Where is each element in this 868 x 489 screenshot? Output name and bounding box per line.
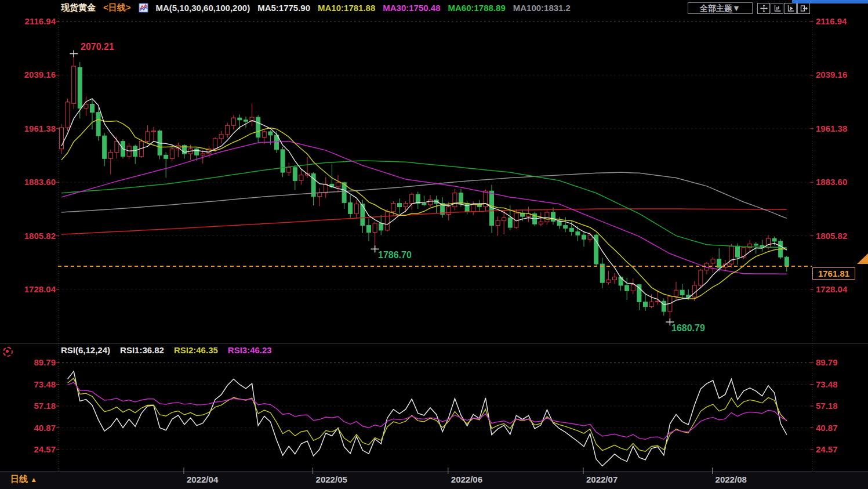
top-bar: 现货黄金 <日线> MA(5,10,30,60,100,200) MA5:177… [0,0,868,15]
rsi2-line [68,378,787,451]
svg-text:40.87: 40.87 [34,423,56,433]
alert-dot-icon [3,347,13,357]
ma-params-label: MA(5,10,30,60,100,200) [156,3,250,13]
svg-text:57.18: 57.18 [34,401,56,411]
chart-canvas[interactable]: 2116.942116.942039.162039.161961.381961.… [0,0,868,489]
kline-rsi-chart: 2116.942116.942039.162039.161961.381961.… [0,0,868,489]
export-button[interactable] [797,3,810,14]
svg-text:1961.38: 1961.38 [816,124,847,133]
move-icon [760,5,768,12]
axis-play-button[interactable] [784,3,797,14]
low-price-annotation: 1680.79 [671,323,705,334]
move-tool-button[interactable] [757,3,770,14]
svg-text:89.79: 89.79 [34,357,56,367]
rsi1-value: RSI1:36.82 [120,345,164,355]
svg-text:57.18: 57.18 [816,401,838,411]
ma30-value: MA30:1750.48 [383,3,440,13]
svg-text:2116.94: 2116.94 [816,16,847,26]
svg-text:1728.04: 1728.04 [24,284,56,294]
svg-text:1805.82: 1805.82 [24,231,56,241]
rsi-params-label: RSI(6,12,24) [61,345,110,355]
axis-k-icon [773,5,781,12]
svg-text:2039.16: 2039.16 [816,70,847,79]
ma60-value: MA60:1788.89 [448,3,506,13]
swing-low-annotation: 1786.70 [378,250,412,260]
rsi2-value: RSI2:46.35 [174,345,218,355]
theme-dropdown[interactable]: 全部主题▼ [688,2,753,14]
svg-text:1961.38: 1961.38 [24,124,56,133]
svg-text:2022/07: 2022/07 [586,474,618,484]
ma10-value: MA10:1781.88 [318,3,375,13]
ma200-line [61,209,787,234]
svg-text:2022/04: 2022/04 [187,474,219,484]
rsi3-value: RSI3:46.23 [228,345,272,355]
svg-text:1883.60: 1883.60 [24,177,56,187]
kline-chart-icon [139,3,148,13]
axis-play-icon [787,5,794,12]
svg-text:24.57: 24.57 [34,444,56,454]
svg-text:40.87: 40.87 [816,423,838,433]
svg-text:73.48: 73.48 [816,379,838,389]
trading-app: 2116.942116.942039.162039.161961.381961.… [0,0,868,489]
svg-text:24.57: 24.57 [816,444,838,454]
svg-text:1728.04: 1728.04 [816,284,848,294]
ma100-value: MA100:1831.2 [513,3,571,13]
window-accent-strip [792,0,868,3]
ma30-line [61,142,787,274]
rsi-header: RSI(6,12,24) RSI1:36.82 RSI2:46.35 RSI3:… [61,345,272,355]
period-tag: <日线> [103,2,131,13]
svg-text:2039.16: 2039.16 [24,70,56,79]
svg-text:89.79: 89.79 [816,357,838,367]
svg-text:2022/06: 2022/06 [451,474,482,484]
rsi3-line [68,382,787,439]
ma5-value: MA5:1775.90 [257,3,310,13]
svg-text:2022/08: 2022/08 [716,474,747,484]
svg-text:2116.94: 2116.94 [25,16,56,26]
axis-scale-button[interactable] [771,3,783,14]
symbol-name: 现货黄金 [61,2,96,13]
svg-text:2022/05: 2022/05 [316,474,347,484]
price-flag-icon [857,253,868,267]
last-price-label: 1761.81 [812,267,855,280]
svg-text:73.48: 73.48 [34,379,56,389]
export-arrow-icon [800,5,808,12]
svg-text:1883.60: 1883.60 [816,177,847,187]
high-price-annotation: 2070.21 [81,42,114,52]
svg-text:1805.82: 1805.82 [816,231,847,241]
